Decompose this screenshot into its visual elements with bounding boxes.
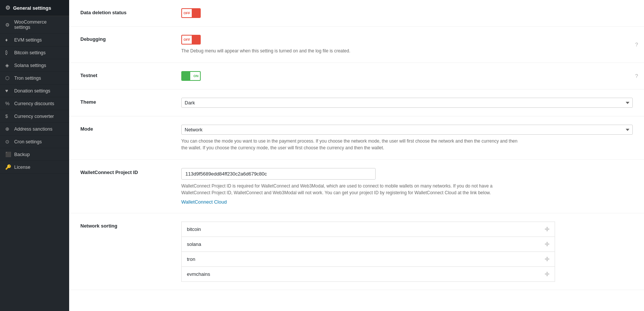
- gear-icon: ⚙: [5, 4, 10, 11]
- testnet-help-icon[interactable]: ?: [635, 73, 638, 79]
- sidebar-item-tron-settings[interactable]: ⬡ Tron settings: [0, 72, 69, 85]
- sidebar-item-currency-converter[interactable]: $ Currency converter: [0, 110, 69, 123]
- theme-select[interactable]: Dark Light Auto: [181, 98, 633, 108]
- sidebar: ⚙ General settings ⚙ WooCommerce setting…: [0, 0, 69, 311]
- network-sort-item-bitcoin[interactable]: bitcoin ✛: [181, 222, 555, 237]
- sidebar-item-backup[interactable]: ⬛ Backup: [0, 148, 69, 161]
- sidebar-item-label: Bitcoin settings: [14, 50, 46, 55]
- drag-handle-icon[interactable]: ✛: [545, 226, 549, 233]
- sidebar-item-label: WooCommerce settings: [14, 19, 64, 30]
- network-sort-list: bitcoin ✛ solana ✛ tron ✛ evmchains ✛: [181, 222, 555, 281]
- mode-description: You can choose the mode you want to use …: [181, 138, 518, 151]
- network-sort-item-solana[interactable]: solana ✛: [181, 237, 555, 252]
- sidebar-item-label: EVM settings: [14, 37, 42, 43]
- sidebar-item-address-sanctions[interactable]: ⊕ Address sanctions: [0, 123, 69, 135]
- sidebar-item-label: Tron settings: [14, 76, 41, 81]
- sidebar-item-label: Solana settings: [14, 63, 46, 68]
- data-deletion-status-label: Data deletion status: [80, 8, 181, 15]
- sidebar-item-currency-discounts[interactable]: % Currency discounts: [0, 97, 69, 110]
- toggle-on-label: ON: [194, 74, 199, 78]
- mode-label: Mode: [80, 125, 181, 132]
- mode-select[interactable]: Network Currency: [181, 125, 633, 135]
- donation-icon: ♥: [5, 88, 11, 94]
- sidebar-item-donation-settings[interactable]: ♥ Donation settings: [0, 85, 69, 97]
- sidebar-item-label: Cron settings: [14, 139, 42, 144]
- license-icon: 🔑: [5, 164, 11, 170]
- backup-icon: ⬛: [5, 152, 11, 157]
- toggle-off-label: OFF: [184, 11, 190, 15]
- toggle-knob: [192, 36, 200, 44]
- walletconnect-cloud-link[interactable]: WalletConnect Cloud: [181, 199, 633, 205]
- testnet-control: ON: [181, 71, 633, 81]
- network-sort-item-label: evmchains: [187, 271, 210, 277]
- toggle-knob: [182, 72, 190, 80]
- walletconnect-description: WalletConnect Project ID is required for…: [181, 183, 518, 196]
- discount-icon: %: [5, 101, 11, 106]
- sidebar-item-label: Currency discounts: [14, 101, 54, 106]
- sidebar-item-woocommerce-settings[interactable]: ⚙ WooCommerce settings: [0, 16, 69, 34]
- walletconnect-label: WalletConnect Project ID: [80, 168, 181, 175]
- walletconnect-control: WalletConnect Project ID is required for…: [181, 168, 633, 205]
- sidebar-item-license[interactable]: 🔑 License: [0, 161, 69, 174]
- mode-section: Mode Network Currency You can choose the…: [69, 116, 644, 160]
- sidebar-item-cron-settings[interactable]: ⊙ Cron settings: [0, 135, 69, 148]
- network-sort-item-evmchains[interactable]: evmchains ✛: [181, 266, 555, 282]
- sidebar-item-solana-settings[interactable]: ◈ Solana settings: [0, 59, 69, 72]
- solana-icon: ◈: [5, 62, 11, 68]
- drag-handle-icon[interactable]: ✛: [545, 241, 549, 248]
- testnet-label: Testnet: [80, 71, 181, 78]
- network-sort-item-label: tron: [187, 256, 195, 262]
- tron-icon: ⬡: [5, 75, 11, 81]
- sidebar-item-evm-settings[interactable]: ♦ EVM settings: [0, 34, 69, 46]
- debugging-control: OFF The Debug menu will appear when this…: [181, 35, 633, 54]
- main-content: Data deletion status OFF Debugging OFF T…: [69, 0, 644, 311]
- sidebar-title: General settings: [13, 5, 51, 11]
- theme-label: Theme: [80, 98, 181, 105]
- sidebar-item-label: Donation settings: [14, 88, 50, 94]
- network-sorting-label: Network sorting: [80, 222, 181, 229]
- data-deletion-status-control: OFF: [181, 8, 633, 18]
- drag-handle-icon[interactable]: ✛: [545, 271, 549, 278]
- mode-control: Network Currency You can choose the mode…: [181, 125, 633, 151]
- walletconnect-input[interactable]: [181, 168, 376, 180]
- data-deletion-status-section: Data deletion status OFF: [69, 0, 644, 27]
- sidebar-item-label: License: [14, 165, 30, 170]
- sidebar-item-label: Address sanctions: [14, 126, 52, 132]
- evm-icon: ♦: [5, 37, 11, 43]
- converter-icon: $: [5, 113, 11, 119]
- testnet-section: Testnet ON ?: [69, 63, 644, 89]
- debugging-help-icon[interactable]: ?: [635, 42, 638, 48]
- theme-section: Theme Dark Light Auto: [69, 89, 644, 116]
- cron-icon: ⊙: [5, 139, 11, 144]
- toggle-off-label: OFF: [184, 38, 190, 42]
- testnet-toggle[interactable]: ON: [181, 71, 201, 81]
- network-sort-item-tron[interactable]: tron ✛: [181, 251, 555, 267]
- sidebar-header: ⚙ General settings: [0, 0, 69, 16]
- sidebar-item-bitcoin-settings[interactable]: ₿ Bitcoin settings: [0, 46, 69, 59]
- data-deletion-toggle[interactable]: OFF: [181, 8, 201, 18]
- theme-control: Dark Light Auto: [181, 98, 633, 108]
- sidebar-item-label: Currency converter: [14, 114, 54, 119]
- network-sorting-control: bitcoin ✛ solana ✛ tron ✛ evmchains ✛: [181, 222, 633, 281]
- network-sort-item-label: solana: [187, 241, 201, 247]
- walletconnect-section: WalletConnect Project ID WalletConnect P…: [69, 160, 644, 213]
- toggle-knob: [192, 9, 200, 17]
- sidebar-item-label: Backup: [14, 152, 30, 157]
- drag-handle-icon[interactable]: ✛: [545, 256, 549, 263]
- sanctions-icon: ⊕: [5, 126, 11, 132]
- network-sorting-section: Network sorting bitcoin ✛ solana ✛ tron …: [69, 213, 644, 290]
- debugging-toggle[interactable]: OFF: [181, 35, 201, 45]
- woocommerce-icon: ⚙: [5, 22, 11, 28]
- debugging-label: Debugging: [80, 35, 181, 42]
- debugging-description: The Debug menu will appear when this set…: [181, 48, 518, 54]
- debugging-section: Debugging OFF The Debug menu will appear…: [69, 27, 644, 63]
- network-sort-item-label: bitcoin: [187, 226, 201, 232]
- bitcoin-icon: ₿: [5, 50, 11, 55]
